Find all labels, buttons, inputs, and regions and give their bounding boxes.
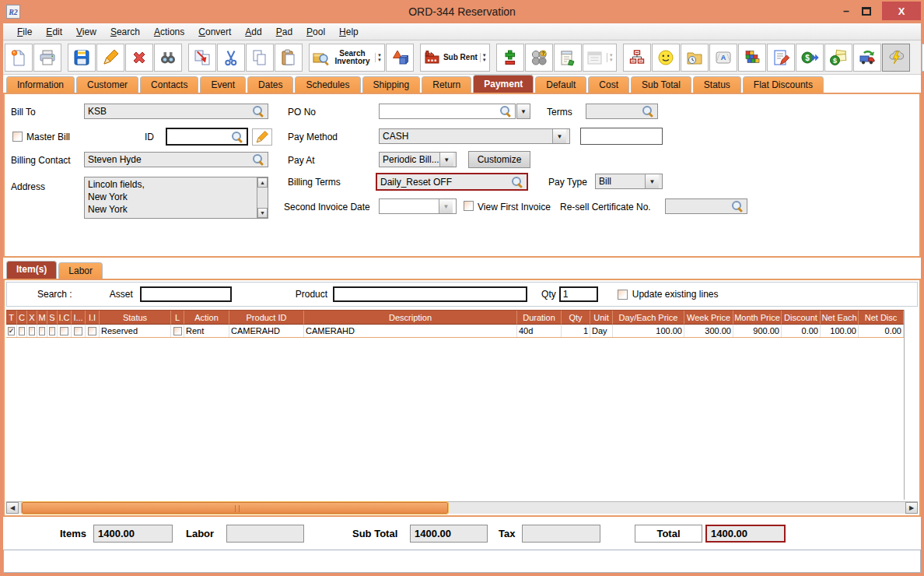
delete-button[interactable] bbox=[125, 44, 153, 72]
transfer-button[interactable] bbox=[188, 44, 216, 72]
pay-type-dropdown-icon[interactable]: ▼ bbox=[645, 174, 659, 188]
maximize-button[interactable] bbox=[862, 7, 871, 16]
asset-input[interactable] bbox=[140, 286, 232, 302]
payment-forward-button[interactable]: $ bbox=[796, 44, 824, 72]
find-button[interactable] bbox=[154, 44, 182, 72]
save-button[interactable] bbox=[68, 44, 96, 72]
paste-button[interactable] bbox=[275, 44, 303, 72]
row-i-checkbox[interactable] bbox=[74, 327, 82, 335]
tab-shipping[interactable]: Shipping bbox=[362, 76, 421, 93]
tab-items[interactable]: Item(s) bbox=[6, 261, 57, 279]
menu-pool[interactable]: Pool bbox=[300, 25, 331, 39]
sub-rent-dropdown-icon[interactable]: ▼▼ bbox=[480, 53, 487, 62]
scroll-up-icon[interactable]: ▲ bbox=[257, 177, 268, 188]
menu-search[interactable]: Search bbox=[104, 25, 146, 39]
menu-help[interactable]: Help bbox=[333, 25, 365, 39]
resell-cert-lookup-icon[interactable] bbox=[731, 200, 744, 212]
invoice-notes-button[interactable]: $ bbox=[824, 44, 852, 72]
menu-convert[interactable]: Convert bbox=[192, 25, 237, 39]
tab-labor[interactable]: Labor bbox=[58, 262, 103, 279]
row-x-checkbox[interactable] bbox=[29, 327, 35, 335]
resell-cert-field[interactable] bbox=[665, 198, 747, 214]
tab-return[interactable]: Return bbox=[422, 76, 471, 93]
terms-lookup-icon[interactable] bbox=[642, 105, 654, 118]
pay-method-select[interactable]: CASH▼ bbox=[379, 128, 570, 144]
search-inventory-button[interactable]: Search Inventory ▼▼ bbox=[309, 44, 385, 72]
billing-contact-field[interactable]: Steven Hyde bbox=[84, 152, 268, 167]
pay-method-dropdown-icon[interactable]: ▼ bbox=[552, 129, 566, 143]
second-invoice-date-dropdown-icon[interactable]: ▼ bbox=[439, 199, 453, 213]
folder-history-button[interactable] bbox=[681, 44, 709, 72]
pay-at-dropdown-icon[interactable]: ▼ bbox=[439, 153, 453, 167]
scroll-right-icon[interactable]: ▶ bbox=[905, 502, 918, 514]
scroll-down-icon[interactable]: ▼ bbox=[257, 208, 268, 218]
po-no-dropdown-button[interactable]: ▼ bbox=[516, 104, 530, 119]
row-m-checkbox[interactable] bbox=[39, 327, 45, 335]
billing-terms-lookup-icon[interactable] bbox=[511, 176, 523, 188]
row-s-checkbox[interactable] bbox=[49, 327, 55, 335]
notes-button[interactable] bbox=[554, 44, 582, 72]
smiley-button[interactable] bbox=[652, 44, 680, 72]
scroll-left-icon[interactable]: ◀ bbox=[6, 502, 19, 514]
tab-sub-total[interactable]: Sub Total bbox=[631, 76, 691, 93]
tab-customer[interactable]: Customer bbox=[76, 76, 138, 93]
bill-to-field[interactable]: KSB bbox=[84, 104, 268, 119]
edit-document-button[interactable] bbox=[767, 44, 795, 72]
grid-header-row[interactable]: T C X M S I.C I... I.I Status L Action P… bbox=[6, 311, 904, 325]
customize-button[interactable]: Customize bbox=[468, 151, 530, 168]
keyboard-button[interactable]: A bbox=[709, 44, 737, 72]
item-row[interactable]: ✓ Reserved Rent CAMERAHD CAMERAHD 40d 1 … bbox=[6, 325, 904, 338]
billing-contact-lookup-icon[interactable] bbox=[252, 153, 264, 166]
tab-default[interactable]: Default bbox=[535, 76, 586, 93]
row-c-checkbox[interactable] bbox=[19, 327, 25, 335]
edit-button[interactable] bbox=[96, 44, 124, 72]
id-edit-button[interactable] bbox=[252, 128, 272, 146]
scrollbar-thumb[interactable] bbox=[22, 502, 448, 514]
pay-at-select[interactable]: Periodic Bill...▼ bbox=[379, 152, 457, 167]
row-ii-checkbox[interactable] bbox=[88, 327, 96, 335]
pay-type-select[interactable]: Bill▼ bbox=[595, 174, 663, 189]
copy-button[interactable] bbox=[246, 44, 274, 72]
tab-information[interactable]: Information bbox=[6, 76, 75, 93]
title-bar[interactable]: R2 ORD-344 Reservation – X bbox=[0, 0, 924, 23]
update-existing-checkbox[interactable] bbox=[618, 290, 628, 300]
menu-edit[interactable]: Edit bbox=[40, 25, 68, 39]
menu-pad[interactable]: Pad bbox=[270, 25, 299, 39]
print-button[interactable] bbox=[33, 44, 61, 72]
tab-dates[interactable]: Dates bbox=[247, 76, 293, 93]
grid-horizontal-scrollbar[interactable]: ◀ ▶ bbox=[6, 501, 918, 514]
terms-field[interactable] bbox=[586, 104, 658, 119]
quick-action-button[interactable] bbox=[882, 44, 910, 72]
tab-event[interactable]: Event bbox=[200, 76, 246, 93]
tab-status[interactable]: Status bbox=[693, 76, 741, 93]
grid-vertical-scrollbar[interactable] bbox=[904, 310, 918, 500]
tab-schedules[interactable]: Schedules bbox=[295, 76, 360, 93]
po-no-field[interactable] bbox=[379, 104, 516, 119]
menu-file[interactable]: File bbox=[11, 25, 38, 39]
new-button[interactable] bbox=[5, 44, 33, 72]
menu-view[interactable]: View bbox=[70, 25, 103, 39]
master-bill-checkbox[interactable] bbox=[12, 132, 23, 142]
close-button[interactable]: X bbox=[882, 2, 921, 20]
tab-contacts[interactable]: Contacts bbox=[140, 76, 198, 93]
address-field[interactable]: Lincoln fields, New York New York ▲▼ bbox=[84, 177, 268, 219]
po-no-lookup-icon[interactable] bbox=[499, 105, 512, 118]
row-ic-checkbox[interactable] bbox=[60, 327, 68, 335]
menu-actions[interactable]: Actions bbox=[148, 25, 191, 39]
view-first-invoice-checkbox[interactable] bbox=[464, 201, 474, 211]
add-remove-button[interactable] bbox=[496, 44, 524, 72]
cut-button[interactable] bbox=[217, 44, 245, 72]
second-invoice-date-field[interactable]: ▼ bbox=[379, 198, 457, 214]
menu-add[interactable]: Add bbox=[239, 25, 268, 39]
products-button[interactable] bbox=[386, 44, 414, 72]
id-field[interactable] bbox=[166, 128, 248, 146]
pay-method-extra-field[interactable] bbox=[580, 128, 663, 145]
qty-input[interactable]: 1 bbox=[559, 286, 598, 302]
tab-cost[interactable]: Cost bbox=[588, 76, 629, 93]
tab-payment[interactable]: Payment bbox=[473, 75, 534, 93]
minimize-button[interactable]: – bbox=[837, 5, 856, 17]
sub-rent-button[interactable]: Sub Rent ▼▼ bbox=[420, 44, 490, 72]
address-scrollbar[interactable]: ▲▼ bbox=[257, 177, 268, 218]
delivery-button[interactable] bbox=[853, 44, 881, 72]
inventory-blocks-button[interactable] bbox=[738, 44, 766, 72]
